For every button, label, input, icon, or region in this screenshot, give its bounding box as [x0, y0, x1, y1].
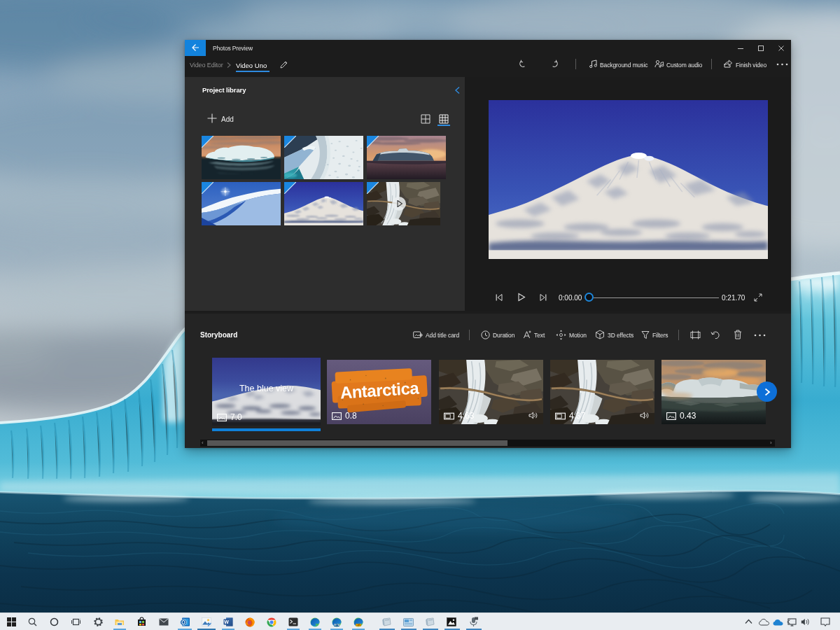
svg-text:CAN: CAN	[356, 624, 361, 626]
svg-text:BETA: BETA	[334, 624, 340, 626]
svg-text:W: W	[224, 620, 229, 624]
